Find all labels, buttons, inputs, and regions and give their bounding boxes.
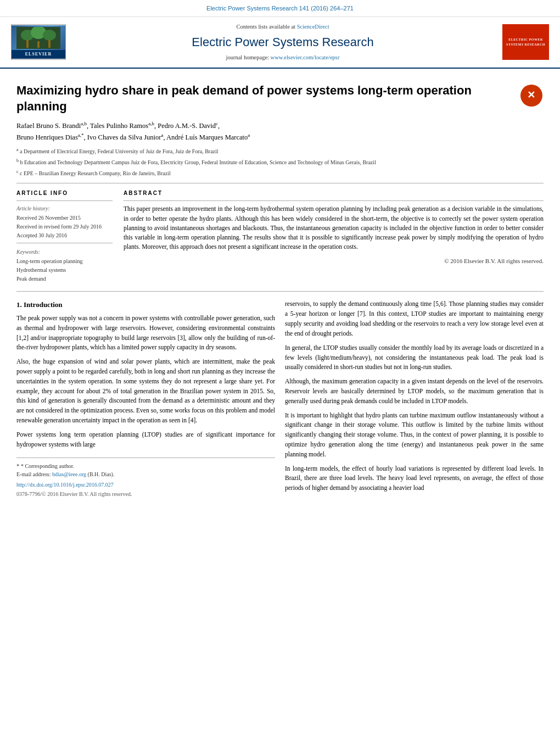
journal-title-center: Contents lists available at ScienceDirec…	[71, 23, 494, 63]
svg-rect-5	[37, 41, 40, 48]
homepage-link[interactable]: www.elsevier.com/locate/epsr	[271, 54, 340, 60]
contents-line: Contents lists available at ScienceDirec…	[71, 23, 494, 31]
doi-top-bar: Electric Power Systems Research 141 (201…	[0, 0, 560, 17]
author1-sup: a,b	[81, 121, 87, 126]
crossmark: ✕	[519, 83, 544, 108]
left-column: 1. Introduction The peak power supply wa…	[16, 299, 275, 498]
elsevier-logo: ELSEVIER	[11, 24, 71, 60]
divider-2	[16, 291, 544, 292]
intro-para1: The peak power supply was not a concern …	[16, 314, 275, 353]
article-title: Maximizing hydro share in peak demand of…	[16, 83, 513, 114]
right-para3: Although, the maximum generation capacit…	[285, 377, 544, 406]
monthly-text: monthly	[411, 344, 432, 351]
right-column: reservoirs, to supply the demand continu…	[285, 299, 544, 498]
homepage-line: journal homepage: www.elsevier.com/locat…	[71, 53, 494, 62]
keyword-2: Hydrothermal systems	[16, 266, 113, 274]
keyword-3: Peak demand	[16, 275, 113, 283]
svg-rect-4	[26, 40, 29, 48]
abstract-title: ABSTRACT	[124, 189, 544, 197]
author4: Bruno Henriques Dias	[16, 134, 78, 142]
author2-sup: a,b	[148, 121, 154, 126]
issn-text: 0378-7796/© 2016 Elsevier B.V. All right…	[16, 490, 275, 498]
keyword-1: Long-term operation planning	[16, 257, 113, 265]
received-revised-date: Received in revised form 29 July 2016	[16, 222, 113, 231]
keywords-label: Keywords:	[16, 248, 113, 256]
intro-para2: Also, the huge expansion of wind and sol…	[16, 357, 275, 426]
svg-point-3	[43, 30, 56, 41]
intro-para3: Power systems long term operation planni…	[16, 430, 275, 450]
history-label: Article history:	[16, 204, 113, 213]
author6-sup: a	[248, 132, 250, 138]
article-content: Maximizing hydro share in peak demand of…	[0, 69, 560, 507]
affiliation-a: a a Department of Electrical Energy, Fed…	[16, 147, 544, 155]
journal-title: Electric Power Systems Research	[71, 33, 494, 51]
article-title-section: Maximizing hydro share in peak demand of…	[16, 83, 544, 114]
affiliation-b: b b Education and Technology Department …	[16, 158, 544, 166]
right-para5: In long-term models, the effect of hourl…	[285, 464, 544, 493]
accepted-date: Accepted 30 July 2016	[16, 231, 113, 239]
footnote-email: E-mail address: bdias@ieee.org (B.H. Dia…	[16, 470, 275, 478]
journal-logo-right: ELECTRIC POWER SYSTEMS RESEARCH	[494, 24, 549, 60]
journal-header: ELSEVIER Contents lists available at Sci…	[0, 17, 560, 69]
doi-link[interactable]: http://dx.doi.org/10.1016/j.epsr.2016.07…	[16, 482, 114, 488]
author4-sup: a,*	[78, 132, 84, 138]
article-body: ARTICLE INFO Article history: Received 2…	[16, 189, 544, 283]
abstract-text: This paper presents an improvement in th…	[124, 204, 544, 252]
copyright: © 2016 Elsevier B.V. All rights reserved…	[124, 256, 544, 266]
right-para4: It is important to highlight that hydro …	[285, 411, 544, 460]
sciencedirect-link[interactable]: ScienceDirect	[297, 24, 329, 30]
elsevier-text: ELSEVIER	[12, 50, 65, 59]
crossmark-icon: ✕	[520, 85, 542, 107]
received-date: Received 26 November 2015	[16, 214, 113, 222]
footnote-corresponding: * * Corresponding author.	[16, 461, 275, 471]
divider-1	[16, 183, 544, 183]
author2: , Tales Pulinho Ramos	[87, 122, 148, 130]
abstract-section: ABSTRACT This paper presents an improvem…	[124, 189, 544, 283]
doi-footer: http://dx.doi.org/10.1016/j.epsr.2016.07…	[16, 481, 275, 489]
doi-text: Electric Power Systems Research 141 (201…	[206, 5, 354, 12]
main-content: 1. Introduction The peak power supply wa…	[16, 299, 544, 498]
author3: , Pedro A.M.-S. David	[154, 122, 216, 130]
right-para2: In general, the LTOP studies usually con…	[285, 343, 544, 372]
footnote-section: * * Corresponding author. E-mail address…	[16, 458, 275, 499]
comma: ,	[218, 122, 220, 130]
email-link[interactable]: bdias@ieee.org	[52, 471, 86, 477]
affiliation-c: c c EPE – Brazilian Energy Research Comp…	[16, 169, 544, 177]
authors: Rafael Bruno S. Brandia,b, Tales Pulinho…	[16, 120, 544, 143]
intro-heading: 1. Introduction	[16, 299, 275, 310]
epsr-logo: ELECTRIC POWER SYSTEMS RESEARCH	[502, 24, 549, 60]
right-para1: reservoirs, to supply the demand continu…	[285, 299, 544, 338]
article-info-title: ARTICLE INFO	[16, 189, 113, 197]
author1: Rafael Bruno S. Brandi	[16, 122, 81, 130]
svg-rect-6	[48, 40, 51, 48]
author6: , André Luís Marques Marcato	[164, 134, 248, 142]
article-info: ARTICLE INFO Article history: Received 2…	[16, 189, 113, 283]
author5: , Ivo Chaves da Silva Junior	[84, 134, 161, 142]
